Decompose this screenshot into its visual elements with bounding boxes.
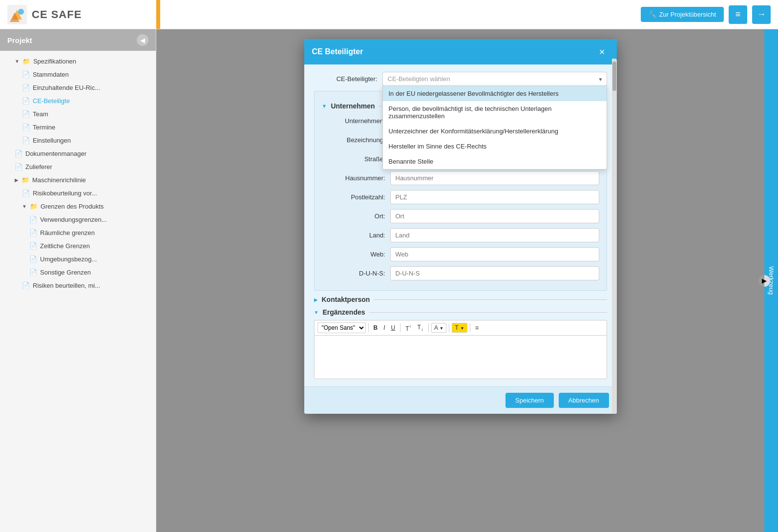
arrow-button[interactable]: → (752, 5, 771, 24)
chevron-down-icon: ▼ (15, 59, 20, 64)
ce-beteiligter-select-wrapper[interactable]: CE-Beteiligten wählen ▼ In der EU nieder… (382, 72, 607, 86)
sidebar-item-spezifikationen[interactable]: ▼ 📁 Spezifikationen (0, 55, 156, 68)
save-button[interactable]: Speichern (505, 393, 554, 408)
file-icon: 📄 (22, 124, 30, 131)
toolbar-subscript-button[interactable]: T↓ (415, 323, 426, 333)
logo-area: CE SAFE (0, 0, 156, 29)
file-icon: 📄 (22, 97, 30, 105)
toolbar-align-button[interactable]: A ▼ (431, 323, 447, 333)
toolbar-italic-button[interactable]: I (381, 323, 387, 332)
kontaktperson-label: Kontaktperson (322, 296, 370, 303)
file-icon: 📄 (15, 163, 22, 170)
close-icon: × (599, 46, 605, 58)
toolbar-highlight-button[interactable]: T ▼ (452, 323, 467, 333)
dropdown-option-1[interactable]: In der EU niedergelassener Bevollmächtig… (383, 86, 607, 101)
modal-scrollbar[interactable] (612, 59, 617, 414)
menu-icon: ≡ (736, 9, 741, 20)
modal-backdrop[interactable]: CE Beteiligter × CE-Beteiligter: CE-Bete… (156, 29, 764, 532)
dropdown-option-4[interactable]: Hersteller im Sinne des CE-Rechts (383, 139, 607, 154)
modal-header: CE Beteiligter × (304, 39, 617, 64)
postleitzahl-input[interactable] (390, 190, 599, 204)
kontaktperson-section-header[interactable]: ▶ Kontaktperson (314, 296, 607, 303)
sidebar-item-team[interactable]: 📄 Team (0, 107, 156, 121)
sidebar-item-verwendungsgrenzen[interactable]: 📄 Verwendungsgrenzen... (0, 213, 156, 226)
toolbar-separator-2 (400, 323, 400, 332)
modal-title: CE Beteiligter (312, 47, 363, 56)
font-select[interactable]: "Open Sans" (317, 322, 366, 333)
toolbar-superscript-button[interactable]: T↑ (403, 323, 414, 333)
sidebar-item-sonstige[interactable]: 📄 Sonstige Grenzen (0, 266, 156, 279)
section-divider (374, 299, 607, 300)
file-icon: 📄 (22, 137, 30, 144)
sidebar-item-zulieferer[interactable]: 📄 Zulieferer (0, 160, 156, 173)
cancel-button[interactable]: Abbrechen (559, 393, 609, 408)
folder-icon: 📁 (30, 203, 38, 210)
modal-footer: Speichern Abbrechen (304, 386, 617, 414)
postleitzahl-label: Postleitzahl: (322, 193, 385, 201)
sidebar-item-zeitliche[interactable]: 📄 Zeitliche Grenzen (0, 239, 156, 253)
ce-beteiligter-dropdown: In der EU niedergelassener Bevollmächtig… (382, 85, 607, 170)
content-area: CE Beteiligter × CE-Beteiligter: CE-Bete… (156, 29, 764, 532)
project-overview-button[interactable]: 🔧 Zur Projektübersicht (641, 7, 724, 22)
web-row: Web: (322, 247, 599, 261)
sidebar-title: Projekt (7, 36, 32, 44)
sidebar-item-termine[interactable]: 📄 Termine (0, 121, 156, 134)
toolbar-list-button[interactable]: ≡ (473, 323, 481, 332)
modal-body: CE-Beteiligter: CE-Beteiligten wählen ▼ … (304, 64, 617, 386)
menu-button[interactable]: ≡ (729, 5, 747, 24)
sidebar-item-stammdaten[interactable]: 📄 Stammdaten (0, 68, 156, 81)
dropdown-option-3[interactable]: Unterzeichner der Konformitätserklärung/… (383, 124, 607, 139)
file-icon: 📄 (22, 110, 30, 118)
ce-beteiligter-row: CE-Beteiligter: CE-Beteiligten wählen ▼ … (314, 72, 607, 86)
folder-icon: 📁 (21, 176, 29, 184)
chevron-right-icon: ▶ (15, 177, 19, 183)
sidebar-item-maschinenrichtlinie[interactable]: ▶ 📁 Maschinenrichilinie (0, 173, 156, 187)
dropdown-option-5[interactable]: Benannte Stelle (383, 154, 607, 169)
sidebar-item-risiken[interactable]: 📄 Risiken beurteillen, mi... (0, 279, 156, 292)
duns-input[interactable] (390, 266, 599, 280)
right-sidebar[interactable]: ▶ Werkzeug (764, 29, 778, 532)
ergaenzendes-section: ▼ Ergänzendes "Open Sans" B I U (314, 308, 607, 379)
toolbar-bold-button[interactable]: B (371, 323, 380, 332)
hausnummer-input[interactable] (390, 171, 599, 185)
editor-content-area[interactable] (314, 335, 607, 379)
chevron-down-icon[interactable]: ▼ (314, 310, 319, 315)
ort-row: Ort: (322, 209, 599, 223)
orange-accent-bar (156, 0, 160, 29)
main-layout: Projekt ◀ ▼ 📁 Spezifikationen 📄 Stammdat… (0, 29, 778, 532)
land-input[interactable] (390, 228, 599, 242)
ce-beteiligter-select[interactable]: CE-Beteiligten wählen (382, 72, 607, 86)
file-icon: 📄 (29, 255, 37, 263)
toolbar-underline-button[interactable]: U (389, 323, 398, 332)
file-icon: 📄 (29, 269, 37, 276)
sidebar-item-einzuhaltende[interactable]: 📄 Einzuhaltende EU-Ric... (0, 81, 156, 94)
svg-point-3 (18, 9, 24, 15)
sidebar-item-einstellungen[interactable]: 📄 Einstellungen (0, 134, 156, 147)
file-icon: 📄 (22, 71, 30, 78)
sidebar-item-dokumentenmanager[interactable]: 📄 Dokumentenmanager (0, 147, 156, 160)
logo-icon (7, 5, 27, 24)
ort-input[interactable] (390, 209, 599, 223)
sidebar-item-grenzen[interactable]: ▼ 📁 Grenzen des Produkts (0, 200, 156, 213)
modal-close-button[interactable]: × (595, 45, 609, 59)
sidebar-item-raeumliche[interactable]: 📄 Räumliche grenzen (0, 226, 156, 239)
sidebar-item-risikobeurteilung[interactable]: 📄 Risikobeurteilung vor... (0, 187, 156, 200)
sidebar-close-button[interactable]: ◀ (137, 34, 148, 46)
toolbar-separator-5 (470, 323, 470, 332)
chevron-down-icon[interactable]: ▼ (322, 103, 327, 109)
dropdown-option-2[interactable]: Person, die bevollmächtigt ist, die tech… (383, 101, 607, 124)
strasse-label: Straße: (322, 155, 385, 163)
sidebar-item-ce-beteiligte[interactable]: 📄 CE-Beteiligte (0, 94, 156, 107)
folder-icon: 📁 (22, 58, 30, 65)
ort-label: Ort: (322, 213, 385, 220)
sidebar-item-umgebungsbezog[interactable]: 📄 Umgebungsbezog... (0, 253, 156, 266)
file-icon: 📄 (29, 216, 37, 223)
web-label: Web: (322, 251, 385, 258)
topbar-actions: 🔧 Zur Projektübersicht ≡ → (160, 5, 778, 24)
file-icon: 📄 (22, 190, 30, 197)
sidebar-header: Projekt ◀ (0, 29, 156, 51)
wrench-icon: 🔧 (649, 11, 656, 18)
bezeichnung-label: Bezeichnung: (322, 136, 385, 144)
unternehmen-label: Unternehmen: (322, 117, 385, 125)
web-input[interactable] (390, 247, 599, 261)
